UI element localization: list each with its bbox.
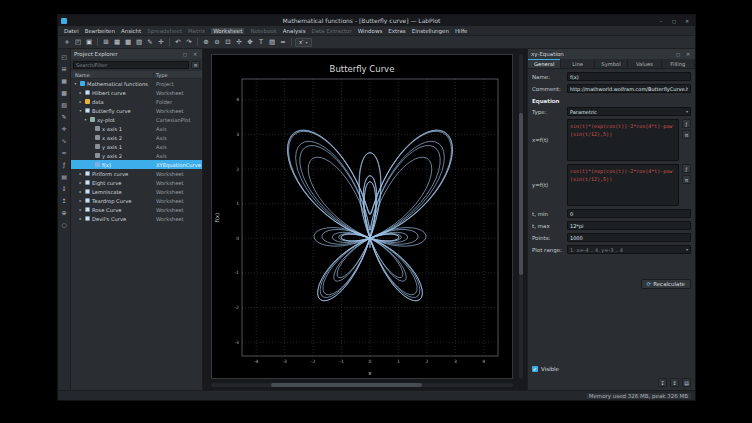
tmax-field[interactable] [567, 221, 691, 230]
zoom-out-button[interactable]: ⊖ [212, 37, 222, 47]
add-folder-tool[interactable]: ◰ [60, 52, 69, 61]
add-text-button[interactable]: T [256, 37, 266, 47]
add-workbook-tool[interactable]: ⊞ [60, 64, 69, 73]
equation-type-select[interactable]: Parametric ▾ [567, 107, 691, 116]
y-formula-input[interactable]: cos(t)*(exp(cos(t))-2*cos(4*t)-pow(sin(t… [567, 164, 679, 206]
search-input[interactable] [73, 61, 189, 69]
tree-row[interactable]: x axis 1Axis [71, 124, 202, 133]
add-datapicker-tool[interactable]: ✛ [60, 124, 69, 133]
maximize-button[interactable]: ◻ [669, 16, 679, 25]
load-template-button[interactable]: ↧ [658, 378, 667, 387]
add-plot-tool[interactable]: ∿ [60, 136, 69, 145]
filter-options-icon[interactable]: ≡ [191, 61, 200, 69]
visible-checkbox[interactable]: ✔ [532, 366, 538, 372]
tree-row[interactable]: ▸Eight curveWorksheet [71, 178, 202, 187]
close-button[interactable]: ✕ [682, 16, 692, 25]
menu-worksheet[interactable]: Worksheet [211, 28, 244, 34]
expander-icon[interactable]: ▾ [83, 117, 88, 122]
zoom-in-button[interactable]: ⊕ [201, 37, 211, 47]
menu-extras[interactable]: Extras [388, 28, 405, 34]
export-tool[interactable]: ↥ [60, 196, 69, 205]
expander-icon[interactable]: ▾ [73, 81, 78, 86]
tab-line[interactable]: Line [561, 59, 594, 68]
x-formula-input[interactable]: sin(t)*(exp(cos(t))-2*cos(4*t)-pow(sin(t… [567, 119, 679, 161]
recalculate-button[interactable]: ⟳ Recalculate [641, 279, 691, 289]
copy-settings-button[interactable]: ▤ [682, 378, 691, 387]
dock-close-icon[interactable]: ✕ [684, 51, 692, 57]
insert-function-icon[interactable]: ƒ [682, 164, 691, 173]
redo-button[interactable]: ↷ [184, 37, 194, 47]
comment-field[interactable] [567, 84, 691, 93]
tree-row[interactable]: ▸dataFolder [71, 97, 202, 106]
insert-constant-icon[interactable]: π [682, 130, 691, 139]
minimize-button[interactable]: – [656, 16, 666, 25]
new-worksheet-button[interactable]: ▧ [134, 37, 144, 47]
expander-icon[interactable]: ▸ [78, 99, 83, 104]
tree-row[interactable]: ▾Mathematical functionsProject [71, 79, 202, 88]
expander-icon[interactable]: ▸ [78, 180, 83, 185]
add-matrix-tool[interactable]: ▩ [60, 88, 69, 97]
titlebar[interactable]: Mathematical functions - [Butterfly curv… [58, 15, 695, 26]
tree-row[interactable]: y axis 1Axis [71, 142, 202, 151]
new-datapicker-button[interactable]: ✛ [156, 37, 166, 47]
zoom-tool[interactable]: ⊕ [60, 208, 69, 217]
open-project-button[interactable]: ◰ [73, 37, 83, 47]
tree-row[interactable]: ▸LemniscateWorksheet [71, 187, 202, 196]
zoom-fit-button[interactable]: ⊡ [223, 37, 233, 47]
tree-row[interactable]: ▾Butterfly curveWorksheet [71, 106, 202, 115]
expander-icon[interactable]: ▸ [78, 171, 83, 176]
tmin-field[interactable] [567, 209, 691, 218]
add-curve-tool[interactable]: ≈ [60, 148, 69, 157]
insert-function-icon[interactable]: ƒ [682, 119, 691, 128]
tree-row[interactable]: x axis 2Axis [71, 133, 202, 142]
expander-icon[interactable]: ▾ [78, 108, 83, 113]
save-project-button[interactable]: ▣ [84, 37, 94, 47]
worksheet[interactable]: Butterfly Curve -4-3-2-101234-3-2-101234… [211, 54, 513, 379]
menu-ansicht[interactable]: Ansicht [121, 28, 141, 34]
curve-type-dropdown[interactable]: x′▾ [295, 38, 312, 47]
menu-windows[interactable]: Windows [358, 28, 383, 34]
tab-symbol[interactable]: Symbol [595, 59, 628, 68]
save-template-button[interactable]: ↥ [670, 378, 679, 387]
expander-icon[interactable]: ▸ [78, 216, 83, 221]
tab-filling[interactable]: Filling [662, 59, 695, 68]
insert-constant-icon[interactable]: π [682, 175, 691, 184]
tree-row[interactable]: f(x)XYEquationCurve [71, 160, 202, 169]
pan-mode-button[interactable]: ✥ [245, 37, 255, 47]
import-data-tool[interactable]: ↧ [60, 184, 69, 193]
add-equation-tool[interactable]: ƒ [60, 160, 69, 169]
add-spreadsheet-tool[interactable]: ▦ [60, 76, 69, 85]
select-mode-button[interactable]: ✢ [234, 37, 244, 47]
undo-button[interactable]: ↶ [173, 37, 183, 47]
menu-einstellungen[interactable]: Einstellungen [412, 28, 449, 34]
menu-analysis[interactable]: Analysis [283, 28, 306, 34]
points-field[interactable] [567, 233, 691, 242]
dock-float-icon[interactable]: ◻ [674, 51, 682, 57]
tree-row[interactable]: ▸Piriform curveWorksheet [71, 169, 202, 178]
tree-row[interactable]: ▾xy-plotCartesianPlot [71, 115, 202, 124]
add-histogram-tool[interactable]: ▤ [60, 172, 69, 181]
expander-icon[interactable]: ▸ [78, 198, 83, 203]
menu-bearbeiten[interactable]: Bearbeiten [85, 28, 115, 34]
expander-icon[interactable]: ▸ [78, 189, 83, 194]
tree-row[interactable]: ▸Hilbert curveWorksheet [71, 88, 202, 97]
new-spreadsheet-button[interactable]: ▦ [112, 37, 122, 47]
tab-values[interactable]: Values [628, 59, 661, 68]
add-curve-button[interactable]: ≈ [278, 37, 288, 47]
worksheet-hscrollbar[interactable] [211, 383, 513, 387]
panel-close-icon[interactable]: ✕ [191, 51, 199, 57]
tree-row[interactable]: ▸Devil's CurveWorksheet [71, 214, 202, 223]
plot-range-select[interactable]: 1: x=-4 .. 4, y=-3 .. 4 ▾ [567, 245, 691, 254]
tree-row[interactable]: ▸Rose CurveWorksheet [71, 205, 202, 214]
expander-icon[interactable]: ▸ [78, 90, 83, 95]
menu-hilfe[interactable]: Hilfe [455, 28, 468, 34]
tree-row[interactable]: y axis 2Axis [71, 151, 202, 160]
tab-general[interactable]: General [528, 59, 561, 68]
add-worksheet-tool[interactable]: ▧ [60, 100, 69, 109]
name-field[interactable] [567, 72, 691, 81]
menu-datei[interactable]: Datei [64, 28, 79, 34]
expander-icon[interactable]: ▸ [78, 207, 83, 212]
tree-row[interactable]: ▸Teardrop CurveWorksheet [71, 196, 202, 205]
add-note-tool[interactable]: ✎ [60, 112, 69, 121]
panel-float-icon[interactable]: ◻ [181, 51, 189, 57]
